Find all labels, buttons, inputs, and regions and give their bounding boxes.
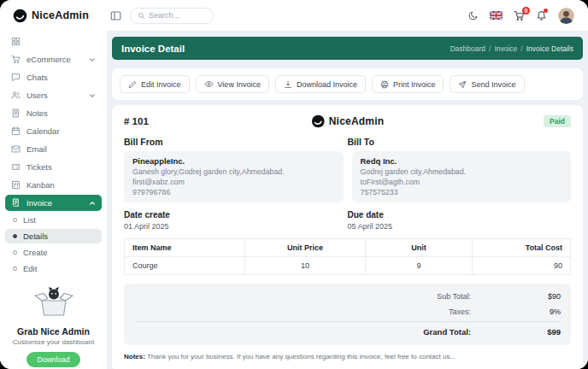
sidebar-subitem-list[interactable]: List [0,212,107,228]
ticket-icon [11,162,21,172]
download-button[interactable]: Download [26,352,81,367]
date-create-value: 01 April 2025 [124,222,348,231]
sidebar-item-tickets[interactable]: Tickets [0,158,107,176]
grand-total-row: Grand Total: $99 [134,321,561,340]
language-flag-icon[interactable] [490,11,503,20]
table-row: Courge 10 9 90 [125,257,571,275]
col-unit-price: Unit Price [244,239,365,257]
bill-to-heading: Bill To [348,137,572,147]
chevron-down-icon [89,56,96,63]
topbar: NiceAdmin 0 [0,0,588,31]
sidebar-item-invoice[interactable]: Invoice [5,195,102,211]
col-total-cost: Total Cost [473,239,571,257]
cell-unit-price: 10 [244,257,365,275]
page-title: Invoice Detail [121,44,185,54]
bill-to-phone: 757575233 [361,188,563,198]
date-create-block: Date create 01 April 2025 [124,210,348,231]
download-invoice-button[interactable]: Download Invoice [275,75,366,93]
sidebar-item-label: Calendar [26,126,60,136]
bill-to-address: Godrej garden city,Ahmedabad. [361,167,563,178]
cell-unit: 9 [365,257,472,275]
circle-icon [13,266,17,271]
sidebar-item-email[interactable]: Email [0,140,107,158]
printer-icon [380,80,389,89]
grand-total-label: Grand Total: [423,327,471,337]
bell-icon[interactable] [536,10,547,21]
breadcrumb: Dashboard Invoice Invoice Details [450,44,573,53]
due-date-label: Due date [348,210,572,220]
receipt-icon [11,198,21,208]
brand-logo-icon [13,9,27,23]
button-label: View Invoice [218,80,261,89]
taxes-label: Taxes: [449,308,471,316]
due-date-value: 05 April 2025 [348,222,572,231]
button-label: Edit Invoice [141,80,181,89]
table-header-row: Item Name Unit Price Unit Total Cost [125,239,571,257]
button-label: Print Invoice [393,80,436,89]
download-icon [284,80,292,89]
cat-in-box-illustration [32,284,76,319]
chevron-up-icon [89,200,96,207]
sidebar-item-dashboard[interactable] [0,32,107,50]
users-icon [11,91,21,100]
sidebar-item-ecommerce[interactable]: eCommerce [0,50,107,68]
sidebar-item-notes[interactable]: Notes [0,104,107,122]
circle-icon [13,234,17,238]
sidebar-subitem-details[interactable]: Details [5,229,102,243]
sidebar-item-label: eCommerce [26,55,71,64]
sidebar-item-label: Email [26,144,47,154]
button-label: Download Invoice [297,80,357,89]
envelope-icon [11,144,21,154]
breadcrumb-invoice[interactable]: Invoice [485,44,517,53]
grid-icon [11,37,21,46]
print-invoice-button[interactable]: Print Invoice [372,75,444,93]
invoice-brand-logo: NiceAdmin [311,114,384,128]
sidebar-subitem-edit[interactable]: Edit [0,261,107,277]
subtotal-label: Sub Total: [437,292,471,301]
taxes-value: 9% [471,308,561,316]
invoice-number: # 101 [124,116,149,126]
sidebar-item-chats[interactable]: Chats [0,68,107,86]
kanban-icon [11,180,21,190]
chat-icon [11,73,21,82]
sidebar-item-kanban[interactable]: Kanban [0,176,107,194]
bill-from-phone: 979796786 [132,188,335,198]
breadcrumb-dashboard[interactable]: Dashboard [450,44,485,53]
circle-icon [13,250,17,255]
breadcrumb-invoice-details: Invoice Details [517,44,573,53]
sidebar-subitem-create[interactable]: Create [0,244,107,261]
promo-title: Grab Nice Admin [9,326,98,337]
notes-label: Notes: [124,353,145,360]
brand-logo-icon [311,114,325,128]
sidebar-item-label: Invoice [26,198,52,208]
col-unit: Unit [365,239,472,257]
sidebar-item-label: Notes [26,108,48,118]
sidebar-item-users[interactable]: Users [0,86,107,104]
circle-icon [13,218,17,222]
cart-icon[interactable]: 0 [514,10,525,21]
search-box [130,8,214,24]
avatar[interactable] [558,8,574,24]
journal-icon [11,108,21,118]
bell-badge [544,9,548,13]
sidebar-item-calendar[interactable]: Calendar [0,122,107,140]
chevron-down-icon [89,92,96,99]
dark-mode-icon[interactable] [468,10,479,20]
brand-logo[interactable]: NiceAdmin [0,9,107,23]
search-icon [138,12,145,20]
app-window: NiceAdmin 0 [0,0,588,369]
invoice-items-table: Item Name Unit Price Unit Total Cost Cou… [124,238,571,275]
invoice-toolbar: Edit Invoice View Invoice Download Invoi… [112,68,583,100]
view-invoice-button[interactable]: View Invoice [196,75,269,93]
button-label: Send Invoice [471,80,515,89]
pencil-icon [128,80,137,89]
bill-from-heading: Bill From [124,137,348,147]
sidebar: eCommerce Chats Users [0,31,107,369]
edit-invoice-button[interactable]: Edit Invoice [120,75,190,93]
sidebar-toggle-icon[interactable] [110,10,121,21]
cell-total-cost: 90 [473,257,571,275]
bill-from-address: Ganesh glory,Godrej garden city,Ahmedaba… [132,167,335,178]
search-input[interactable] [149,11,206,20]
send-invoice-button[interactable]: Send Invoice [450,75,524,93]
eye-icon [204,79,214,89]
